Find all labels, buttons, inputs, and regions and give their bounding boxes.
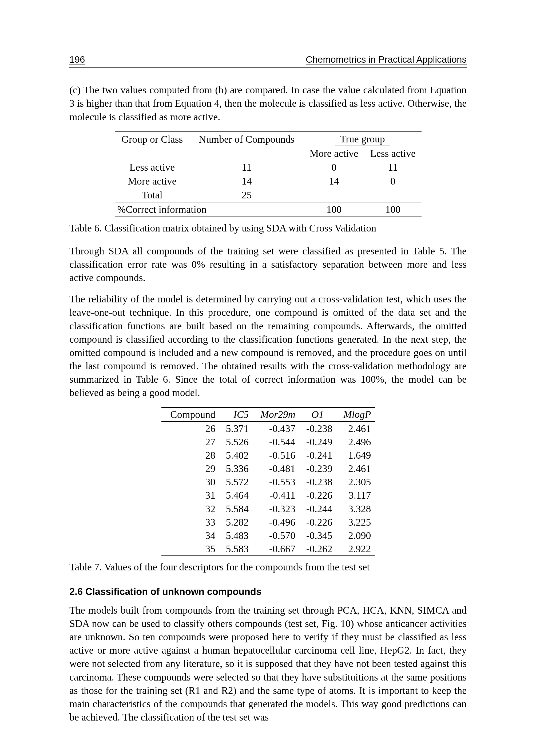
table-row: 335.282-0.496-0.2263.225 [161,516,375,529]
table-cell: -0.411 [252,488,299,502]
table-cell [364,188,421,202]
table6-caption: Table 6. Classification matrix obtained … [69,221,467,235]
t6-col-less: Less active [364,146,421,160]
table-cell: 0 [364,174,421,188]
table7-caption: Table 7. Values of the four descriptors … [69,560,467,574]
running-header: 196 Chemometrics in Practical Applicatio… [69,53,467,66]
table-cell: 2.922 [336,542,375,556]
page-number: 196 [69,53,85,66]
table-cell: 5.371 [219,422,252,435]
t7-h-compound: Compound [161,407,219,421]
table-cell: 11 [190,160,304,174]
table-cell: 2.090 [336,529,375,542]
table-cell: -0.238 [299,475,336,488]
table-cell: Less active [115,160,190,174]
paragraph-models: The models built from compounds from the… [69,604,467,724]
table-cell: More active [115,174,190,188]
table-cell: 1.649 [336,449,375,462]
table-cell: 34 [161,529,219,542]
table-cell: 30 [161,475,219,488]
table-row: More active14140 [115,174,421,188]
table-row: 295.336-0.481-0.2392.461 [161,462,375,475]
t6-correct-label: %Correct information [115,202,304,216]
table-cell: -0.239 [299,462,336,475]
paragraph-reliability: The reliability of the model is determin… [69,292,467,399]
table-cell: 2.305 [336,475,375,488]
section-heading-2-6: 2.6 Classification of unknown compounds [69,585,467,598]
table7: Compound IC5 Mor29m O1 MlogP 265.371-0.4… [161,407,375,556]
header-rule [69,68,467,68]
table-cell: 29 [161,462,219,475]
paragraph-c: (c) The two values computed from (b) are… [69,83,467,123]
table-row: 275.526-0.544-0.2492.496 [161,435,375,449]
table-cell: 5.464 [219,488,252,502]
table-cell: -0.323 [252,502,299,516]
table-row: 305.572-0.553-0.2382.305 [161,475,375,488]
t6-col-true: True group [304,132,421,146]
page: 196 Chemometrics in Practical Applicatio… [0,0,536,756]
paragraph-sda: Through SDA all compounds of the trainin… [69,244,467,284]
table-cell: Total [115,188,190,202]
table-cell: 26 [161,422,219,435]
table-cell: -0.544 [252,435,299,449]
table-cell: 5.336 [219,462,252,475]
table-cell: -0.553 [252,475,299,488]
table-cell: -0.238 [299,422,336,435]
table-row: 355.583-0.667-0.2622.922 [161,542,375,556]
table-cell: 31 [161,488,219,502]
table-cell: -0.262 [299,542,336,556]
table-cell: -0.481 [252,462,299,475]
table6: Group or Class Number of Compounds True … [115,132,421,217]
table-cell [304,188,364,202]
table-cell: -0.570 [252,529,299,542]
table-cell: -0.667 [252,542,299,556]
t7-h-mlogp: MlogP [336,407,375,421]
table-cell: -0.345 [299,529,336,542]
table-cell: -0.226 [299,516,336,529]
table-cell: 2.461 [336,422,375,435]
t7-h-ic5: IC5 [219,407,252,421]
table-cell: -0.226 [299,488,336,502]
table-cell: 35 [161,542,219,556]
table-cell: 2.461 [336,462,375,475]
table-cell: -0.249 [299,435,336,449]
table-cell: -0.496 [252,516,299,529]
table-cell: 5.402 [219,449,252,462]
table-cell: 0 [304,160,364,174]
t6-col-group: Group or Class [115,132,190,146]
table-cell: 27 [161,435,219,449]
table-cell: 25 [190,188,304,202]
table-cell: 14 [304,174,364,188]
t6-correct-la: 100 [364,202,421,216]
table-cell: 5.526 [219,435,252,449]
table-cell: 33 [161,516,219,529]
table-cell: 5.584 [219,502,252,516]
table-row: 265.371-0.437-0.2382.461 [161,422,375,435]
table-cell: 3.328 [336,502,375,516]
table-cell: 11 [364,160,421,174]
table-row: Less active11011 [115,160,421,174]
table-row: 345.483-0.570-0.3452.090 [161,529,375,542]
table-cell: 3.225 [336,516,375,529]
table-row: Total25 [115,188,421,202]
t6-col-num: Number of Compounds [190,132,304,146]
table-cell: -0.241 [299,449,336,462]
table-row: 315.464-0.411-0.2263.117 [161,488,375,502]
table-cell: 28 [161,449,219,462]
table-cell: 5.572 [219,475,252,488]
table-cell: -0.437 [252,422,299,435]
table-cell: 5.583 [219,542,252,556]
table-cell: 5.483 [219,529,252,542]
table-cell: 2.496 [336,435,375,449]
t7-h-mor29m: Mor29m [252,407,299,421]
book-title: Chemometrics in Practical Applications [306,53,467,66]
t6-correct-ma: 100 [304,202,364,216]
table-cell: 5.282 [219,516,252,529]
t7-h-o1: O1 [299,407,336,421]
t6-col-more: More active [304,146,364,160]
table-row: 285.402-0.516-0.2411.649 [161,449,375,462]
table-cell: 32 [161,502,219,516]
table-row: 325.584-0.323-0.2443.328 [161,502,375,516]
table-cell: 14 [190,174,304,188]
table-cell: -0.244 [299,502,336,516]
